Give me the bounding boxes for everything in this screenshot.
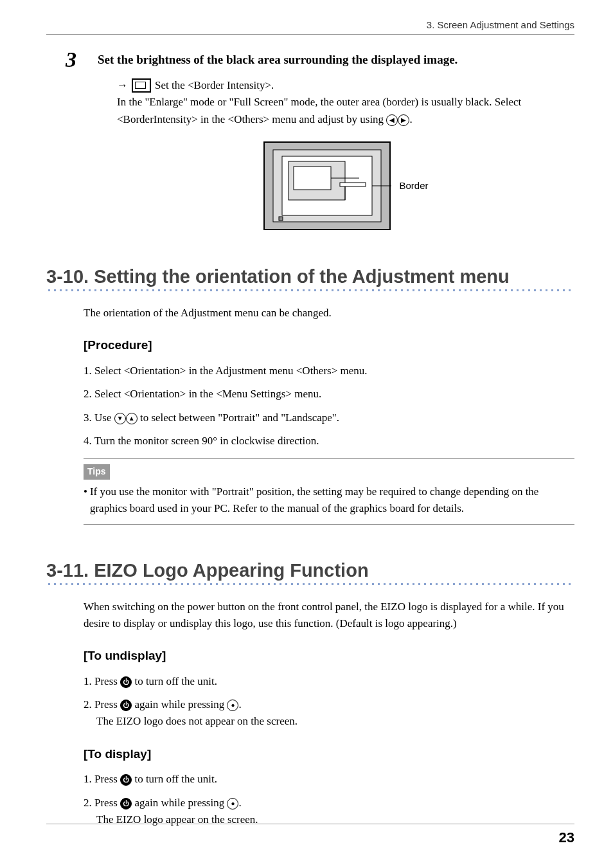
step-title: Set the brightness of the black area sur…: [98, 46, 458, 67]
up-icon: ▲: [126, 413, 138, 424]
u2b: again while pressing: [132, 698, 227, 710]
d2c: .: [238, 797, 241, 809]
undisplay-heading: [To undisplay]: [84, 646, 574, 665]
step-para-main: In the "Enlarge" mode or "Full Screen" m…: [117, 96, 521, 125]
procedure-step-3: 3. Use ▼▲ to select between "Portrait" a…: [84, 410, 574, 426]
u2a: 2. Press: [84, 698, 120, 710]
svg-rect-9: [279, 217, 283, 221]
undisplay-step-2: 2. Press ⏻ again while pressing ●. The E…: [84, 696, 574, 730]
u1b: to turn off the unit.: [132, 675, 217, 687]
section-311-intro: When switching on the power button on th…: [84, 599, 574, 633]
undisplay-step-2-sub: The EIZO logo does not appear on the scr…: [96, 713, 574, 730]
monitor-diagram-icon: [263, 141, 391, 231]
page-number: 23: [46, 824, 574, 846]
step3a-text: 3. Use: [84, 411, 114, 424]
dotted-rule: [46, 289, 574, 292]
procedure-step-2: 2. Select <Orientation> in the <Menu Set…: [84, 386, 574, 402]
tips-box: Tips • If you use the monitor with "Port…: [84, 458, 574, 524]
section-3-11-title: 3-11. EIZO Logo Appearing Function: [46, 560, 574, 581]
power-icon: ⏻: [120, 676, 132, 688]
set-line-text: Set the <Border Intensity>.: [155, 77, 274, 94]
tips-text: If you use the monitor with "Portrait" p…: [90, 484, 574, 518]
right-icon: ▶: [398, 114, 409, 126]
enter-icon: ●: [227, 700, 238, 711]
u1a: 1. Press: [84, 675, 120, 687]
down-icon: ▼: [114, 413, 126, 424]
u2c: .: [238, 698, 241, 710]
procedure-heading: [Procedure]: [84, 336, 574, 354]
procedure-step-4: 4. Turn the monitor screen 90° in clockw…: [84, 433, 574, 449]
d1a: 1. Press: [84, 773, 120, 785]
display-step-1: 1. Press ⏻ to turn off the unit.: [84, 771, 574, 788]
border-intensity-icon: [132, 78, 151, 93]
bullet-icon: •: [84, 484, 87, 518]
tips-label: Tips: [84, 464, 110, 480]
down-up-icons: ▼▲: [114, 413, 138, 424]
left-right-icons: ◀▶: [386, 114, 409, 126]
left-icon: ◀: [386, 114, 398, 126]
step3b-text: to select between "Portrait" and "Landsc…: [138, 411, 339, 424]
section-3-10-title: 3-10. Setting the orientation of the Adj…: [46, 266, 574, 287]
procedure-step-1: 1. Select <Orientation> in the Adjustmen…: [84, 363, 574, 379]
section-intro: The orientation of the Adjustment menu c…: [84, 305, 574, 321]
power-icon-2: ⏻: [120, 700, 132, 711]
d2b: again while pressing: [132, 797, 227, 809]
d1b: to turn off the unit.: [132, 773, 217, 785]
step-paragraph: In the "Enlarge" mode or "Full Screen" m…: [117, 94, 574, 128]
arrow-icon: →: [117, 77, 128, 94]
svg-rect-4: [294, 167, 331, 190]
running-header: 3. Screen Adjustment and Settings: [46, 19, 574, 35]
power-icon-3: ⏻: [120, 774, 132, 786]
d2a: 2. Press: [84, 797, 120, 809]
diagram-label: Border: [399, 178, 428, 193]
undisplay-step-1: 1. Press ⏻ to turn off the unit.: [84, 673, 574, 690]
enter-icon-2: ●: [227, 798, 238, 809]
power-icon-4: ⏻: [120, 798, 132, 809]
step-para-end: .: [409, 113, 412, 125]
dotted-rule-2: [46, 583, 574, 586]
border-diagram: Border: [117, 141, 574, 231]
svg-rect-7: [340, 183, 366, 186]
step-number: 3: [66, 46, 98, 71]
display-heading: [To display]: [84, 745, 574, 763]
